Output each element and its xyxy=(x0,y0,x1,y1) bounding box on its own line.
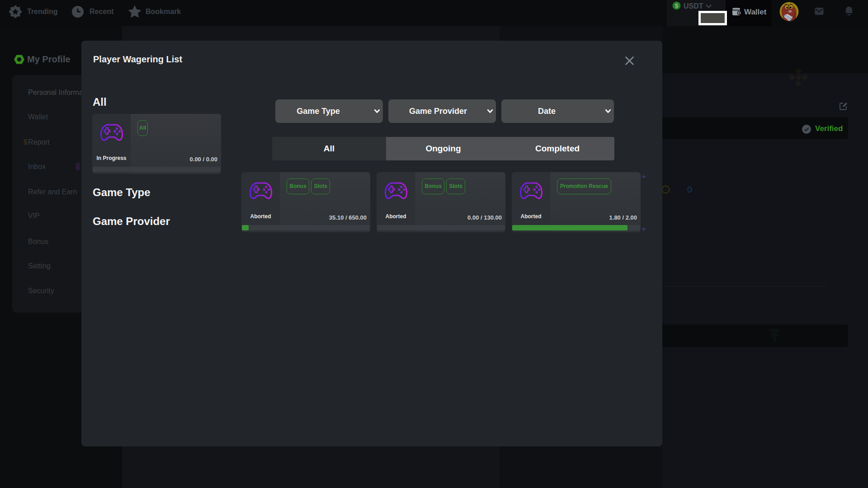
svg-text:$: $ xyxy=(675,2,679,9)
